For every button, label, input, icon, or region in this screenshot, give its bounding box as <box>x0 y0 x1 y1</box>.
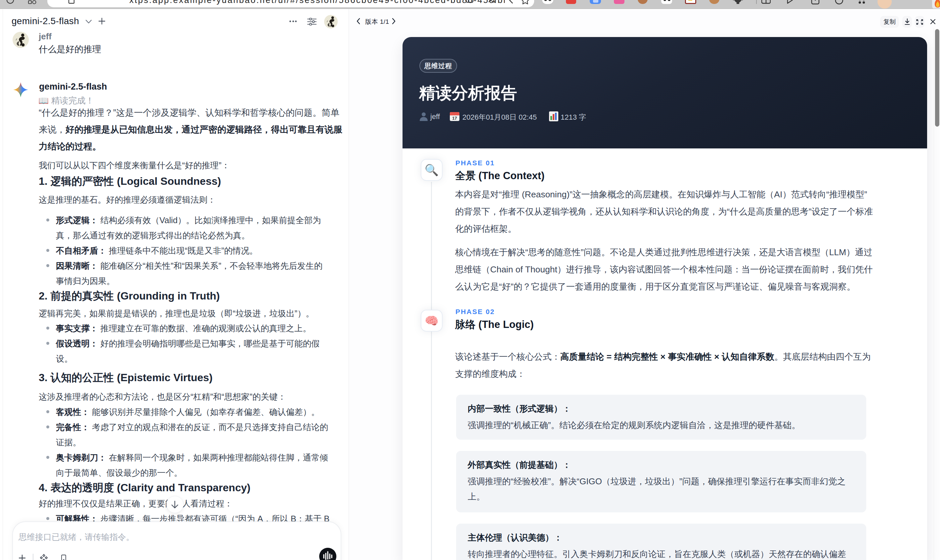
svg-text:17: 17 <box>452 116 457 121</box>
